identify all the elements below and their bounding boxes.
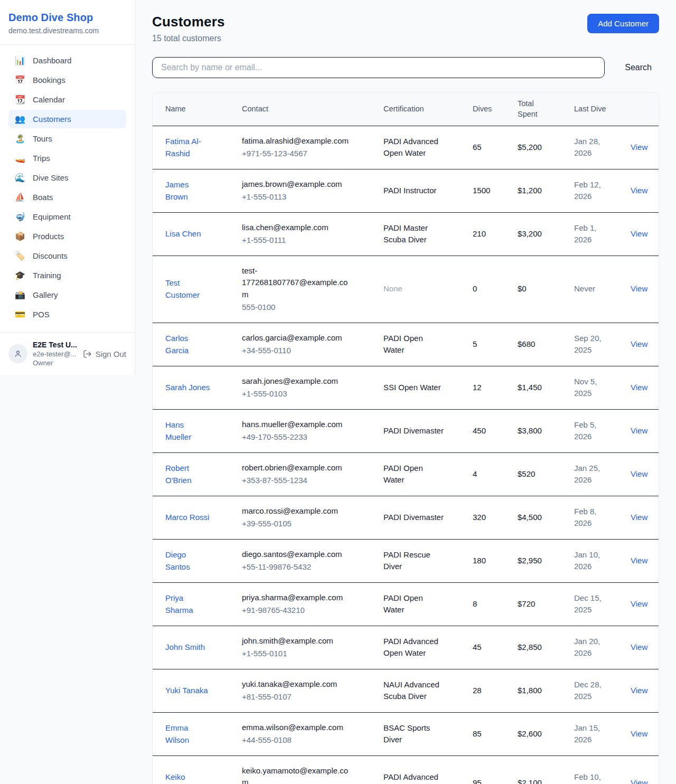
customer-dives: 1500 [460, 169, 505, 212]
table-row: Yuki Tanaka yuki.tanaka@example.com +81-… [153, 669, 659, 712]
customer-name-link[interactable]: Hans Mueller [165, 419, 210, 443]
sidebar-item-bookings[interactable]: 📅 Bookings [8, 71, 126, 89]
customer-email: lisa.chen@example.com [242, 222, 350, 234]
search-input[interactable] [152, 57, 605, 78]
customer-name-link[interactable]: Sarah Jones [165, 381, 210, 393]
sidebar-item-calendar[interactable]: 📆 Calendar [8, 90, 126, 109]
customer-phone: +1-555-0103 [242, 388, 350, 400]
customer-name-link[interactable]: Emma Wilson [165, 722, 210, 747]
table-row: Carlos Garcia carlos.garcia@example.com … [153, 323, 659, 366]
customer-name-link[interactable]: John Smith [165, 641, 205, 653]
sign-out-label: Sign Out [96, 350, 126, 358]
table-row: Lisa Chen lisa.chen@example.com +1-555-0… [153, 212, 659, 256]
speedboat-icon: 🚤 [15, 154, 25, 163]
add-customer-button[interactable]: Add Customer [587, 14, 659, 33]
sidebar-item-dashboard[interactable]: 📊 Dashboard [8, 51, 126, 70]
customer-name-link[interactable]: Fatima Al-Rashid [165, 135, 210, 160]
view-customer-link[interactable]: View [631, 186, 647, 195]
customer-phone: +44-555-0108 [242, 734, 350, 747]
customer-last-dive: Nov 5, 2025 [561, 366, 618, 409]
user-role: Owner [33, 359, 77, 367]
customer-dives: 45 [460, 626, 505, 669]
customer-name-link[interactable]: Lisa Chen [165, 228, 201, 240]
view-customer-link[interactable]: View [631, 778, 647, 784]
table-row: Diego Santos diego.santos@example.com +5… [153, 539, 659, 582]
customer-phone: +353-87-555-1234 [242, 475, 350, 487]
view-customer-link[interactable]: View [631, 729, 647, 738]
sidebar-item-products[interactable]: 📦 Products [8, 227, 126, 245]
sidebar-item-training[interactable]: 🎓 Training [8, 266, 126, 285]
customer-name-link[interactable]: Marco Rossi [165, 511, 209, 523]
customer-certification: NAUI Advanced Scuba Diver [371, 669, 460, 712]
bar-chart-icon: 📊 [15, 56, 25, 65]
sidebar-item-trips[interactable]: 🚤 Trips [8, 149, 126, 167]
view-customer-link[interactable]: View [631, 383, 647, 392]
column-header-name: Name [153, 92, 229, 126]
customer-email: sarah.jones@example.com [242, 375, 350, 388]
customer-email: marco.rossi@example.com [242, 505, 350, 517]
column-header-last-dive: Last Dive [561, 92, 618, 126]
sidebar-item-boats[interactable]: ⛵ Boats [8, 188, 126, 206]
camera-icon: 📸 [15, 291, 25, 299]
table-row: Emma Wilson emma.wilson@example.com +44-… [153, 712, 659, 755]
customer-last-dive: Jan 25, 2026 [561, 452, 618, 496]
customer-email: james.brown@example.com [242, 178, 350, 191]
customer-name-link[interactable]: Priya Sharma [165, 592, 210, 617]
sailboat-icon: ⛵ [15, 193, 25, 202]
view-customer-link[interactable]: View [631, 426, 647, 435]
sidebar: Demo Dive Shop demo.test.divestreams.com… [0, 0, 135, 375]
view-customer-link[interactable]: View [631, 284, 647, 293]
page-subtitle: 15 total customers [152, 34, 225, 43]
sidebar-item-label: Equipment [33, 212, 71, 221]
customer-name-link[interactable]: Diego Santos [165, 549, 210, 573]
table-row: Hans Mueller hans.mueller@example.com +4… [153, 409, 659, 452]
customer-dives: 65 [460, 126, 505, 169]
customer-email: hans.mueller@example.com [242, 419, 350, 431]
island-icon: 🏝️ [15, 135, 25, 143]
main-content: Customers 15 total customers Add Custome… [135, 0, 676, 784]
customer-name-link[interactable]: James Brown [165, 178, 210, 203]
customer-total-spent: $2,850 [505, 626, 561, 669]
customer-dives: 8 [460, 582, 505, 626]
sidebar-item-pos[interactable]: 💳 POS [8, 305, 126, 324]
view-customer-link[interactable]: View [631, 513, 647, 522]
customer-total-spent: $680 [505, 323, 561, 366]
view-customer-link[interactable]: View [631, 469, 647, 478]
customer-name-link[interactable]: Test Customer [165, 277, 210, 301]
customer-total-spent: $1,450 [505, 366, 561, 409]
sidebar-item-customers[interactable]: 👥 Customers [8, 110, 126, 128]
sidebar-header: Demo Dive Shop demo.test.divestreams.com [0, 0, 135, 45]
customer-total-spent: $0 [505, 256, 561, 323]
customer-name-link[interactable]: Yuki Tanaka [165, 684, 208, 696]
sidebar-item-equipment[interactable]: 🤿 Equipment [8, 207, 126, 226]
view-customer-link[interactable]: View [631, 556, 647, 565]
customer-name-link[interactable]: Robert O'Brien [165, 462, 210, 487]
view-customer-link[interactable]: View [631, 229, 647, 238]
customer-name-link[interactable]: Carlos Garcia [165, 332, 210, 357]
customer-phone: +1-555-0113 [242, 191, 350, 203]
customer-last-dive: Feb 1, 2026 [561, 212, 618, 256]
sidebar-item-dive-sites[interactable]: 🌊 Dive Sites [8, 168, 126, 187]
customer-email: robert.obrien@example.com [242, 462, 350, 474]
sidebar-item-discounts[interactable]: 🏷️ Discounts [8, 247, 126, 265]
sign-out-button[interactable]: Sign Out [83, 350, 126, 358]
person-icon [13, 349, 23, 358]
sidebar-item-gallery[interactable]: 📸 Gallery [8, 286, 126, 304]
customer-total-spent: $4,500 [505, 496, 561, 539]
column-header-dives: Dives [460, 92, 505, 126]
customer-total-spent: $520 [505, 452, 561, 496]
view-customer-link[interactable]: View [631, 143, 647, 152]
customer-phone: +34-555-0110 [242, 345, 350, 357]
search-button[interactable]: Search [617, 60, 659, 75]
user-email: e2e-tester@... [33, 350, 77, 358]
calendar-date-icon: 📅 [15, 76, 25, 84]
customer-phone: +49-170-555-2233 [242, 431, 350, 443]
customer-last-dive: Sep 20, 2025 [561, 323, 618, 366]
view-customer-link[interactable]: View [631, 643, 647, 651]
sidebar-item-tours[interactable]: 🏝️ Tours [8, 129, 126, 148]
view-customer-link[interactable]: View [631, 599, 647, 608]
view-customer-link[interactable]: View [631, 339, 647, 348]
customer-name-link[interactable]: Keiko Yamamoto [165, 771, 210, 784]
view-customer-link[interactable]: View [631, 686, 647, 695]
label-tag-icon: 🏷️ [15, 252, 25, 260]
